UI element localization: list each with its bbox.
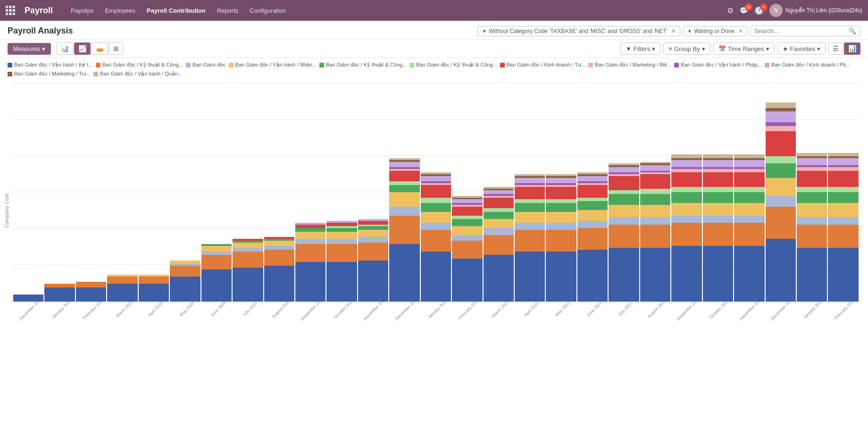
groupby-button[interactable]: ≡ Group By ▾ (663, 42, 710, 55)
x-label-26: February 2022 (832, 302, 860, 339)
bar-segment-19-1 (609, 225, 639, 248)
list-view-button[interactable]: ☰ (828, 42, 843, 55)
bar-segment-8-3 (264, 241, 294, 246)
nav-employees[interactable]: Employees (100, 5, 140, 16)
bar-segment-13-5 (421, 198, 451, 203)
bar-segment-16-6 (515, 187, 545, 200)
legend-dot-7 (588, 63, 593, 67)
bar-group-12[interactable] (389, 83, 419, 302)
bar-group-10[interactable] (326, 83, 357, 302)
timeranges-button[interactable]: 📅 Time Ranges ▾ (713, 42, 775, 55)
bar-segment-13-2 (421, 223, 451, 230)
bar-group-4[interactable] (139, 83, 169, 302)
line-chart-button[interactable]: 📈 (74, 42, 91, 55)
bar-group-21[interactable] (671, 83, 701, 302)
bar-group-5[interactable] (170, 83, 200, 302)
bar-group-23[interactable] (734, 83, 764, 302)
bar-group-24[interactable] (766, 83, 796, 302)
bar-group-25[interactable] (797, 83, 827, 302)
search-input[interactable] (754, 27, 849, 34)
bar-segment-9-0 (295, 262, 326, 302)
bar-segment-19-0 (609, 248, 639, 302)
bar-group-2[interactable] (76, 83, 106, 302)
chat-icon[interactable]: 💬 16 (739, 6, 749, 15)
clock-icon[interactable]: 🕐 4 (754, 6, 764, 15)
bar-group-0[interactable] (13, 83, 43, 302)
bar-segment-19-9 (609, 167, 639, 172)
bar-segment-9-2 (295, 239, 326, 244)
nav-reports[interactable]: Reports (212, 5, 243, 16)
filter-tag-2: ▼ Waiting or Done ✕ (683, 26, 747, 36)
bar-group-8[interactable] (264, 83, 294, 302)
legend-item-2: Ban Giám đốc (186, 62, 226, 68)
user-menu[interactable]: N Nguyễn Thị Liên (i2l3lurxd24s) (769, 4, 862, 17)
bar-group-14[interactable] (452, 83, 482, 302)
legend-label-4: Ban Giám đốc / Kỹ thuật & Công... (326, 62, 407, 68)
stacked-bar-10 (326, 221, 357, 302)
stacked-bar-6 (201, 244, 232, 302)
bar-segment-6-3 (201, 246, 232, 251)
app-grid-icon[interactable] (6, 6, 15, 15)
pie-chart-button[interactable]: 🥧 (92, 42, 108, 55)
filter-tag-1-close[interactable]: ✕ (671, 28, 676, 34)
pivot-button[interactable]: ⊞ (109, 42, 123, 55)
stacked-bar-9 (295, 223, 326, 302)
chart-view-button[interactable]: 📊 (844, 42, 860, 55)
bar-segment-15-3 (484, 219, 514, 228)
bar-segment-22-1 (703, 223, 733, 246)
bar-group-20[interactable] (640, 83, 670, 302)
bar-group-17[interactable] (546, 83, 576, 302)
bar-chart-button[interactable]: 📊 (57, 42, 73, 55)
bar-segment-24-1 (766, 207, 796, 239)
bar-group-13[interactable] (421, 83, 451, 302)
bar-group-7[interactable] (233, 83, 263, 302)
chart-legend: Ban Giám đốc / Vận hành / Kế t...Ban Giá… (0, 58, 868, 79)
measures-chevron: ▾ (42, 45, 45, 52)
nav-payslips[interactable]: Payslips (66, 5, 98, 16)
legend-dot-3 (229, 63, 234, 67)
bar-segment-26-3 (828, 203, 858, 217)
settings-icon[interactable]: ⚙ (727, 6, 734, 15)
bar-segment-24-6 (766, 131, 796, 156)
bar-group-16[interactable] (515, 83, 545, 302)
favorites-button[interactable]: ★ Favorites ▾ (777, 42, 826, 55)
nav-configuration[interactable]: Configuration (245, 5, 291, 16)
bar-group-3[interactable] (107, 83, 137, 302)
bar-group-11[interactable] (358, 83, 388, 302)
bar-segment-13-3 (421, 212, 451, 223)
filter-tag-2-close[interactable]: ✕ (738, 28, 743, 34)
bar-group-18[interactable] (577, 83, 608, 302)
bar-group-1[interactable] (44, 83, 75, 302)
bar-segment-24-2 (766, 196, 796, 207)
bar-segment-22-6 (703, 172, 733, 186)
top-navigation: Payroll Payslips Employees Payroll Contr… (0, 0, 868, 21)
search-icon[interactable]: 🔍 (849, 27, 856, 34)
bar-segment-14-4 (452, 219, 482, 226)
nav-payroll-contribution[interactable]: Payroll Contribution (142, 5, 210, 16)
app-logo[interactable]: Payroll (25, 6, 53, 16)
bar-segment-12-1 (389, 216, 419, 245)
star-icon: ★ (783, 45, 788, 52)
bar-group-9[interactable] (295, 83, 326, 302)
bar-group-26[interactable] (828, 83, 858, 302)
filters-button[interactable]: ▼ Filters ▾ (620, 42, 660, 55)
measures-label: Measures (13, 45, 40, 52)
bar-segment-15-5 (484, 208, 514, 212)
bar-segment-4-0 (139, 284, 169, 302)
search-box[interactable]: 🔍 (750, 25, 860, 36)
bar-segment-21-5 (671, 187, 701, 192)
bar-segment-3-0 (107, 284, 137, 302)
bar-group-15[interactable] (484, 83, 514, 302)
filters-chevron: ▾ (652, 45, 655, 52)
bar-group-19[interactable] (609, 83, 639, 302)
bar-segment-26-6 (828, 171, 858, 187)
bar-segment-26-1 (828, 225, 858, 248)
bar-group-22[interactable] (703, 83, 733, 302)
bar-segment-16-4 (515, 203, 545, 212)
bar-segment-7-0 (233, 268, 263, 302)
bar-segment-3-1 (107, 277, 137, 284)
measures-button[interactable]: Measures ▾ (8, 43, 51, 55)
bar-segment-24-5 (766, 156, 796, 163)
bar-segment-9-6 (295, 225, 326, 228)
bar-group-6[interactable] (201, 83, 232, 302)
